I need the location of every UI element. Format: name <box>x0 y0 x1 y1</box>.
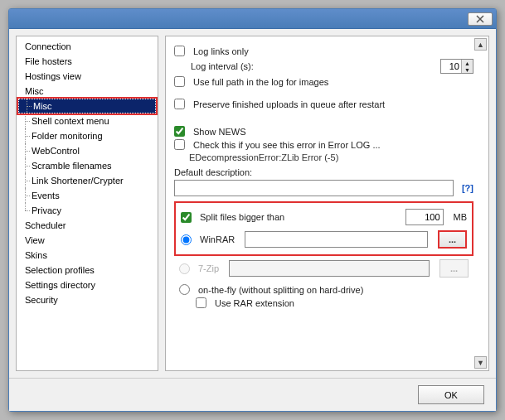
sevenzip-radio <box>179 263 190 274</box>
close-button[interactable] <box>468 12 493 26</box>
scroll-down-button[interactable]: ▼ <box>474 356 487 369</box>
tree-item-misc-sub[interactable]: Misc <box>18 99 156 113</box>
check-error-checkbox[interactable] <box>174 139 185 150</box>
log-interval-spinner[interactable]: ▲▼ <box>440 59 473 74</box>
split-unit-label: MB <box>454 212 468 222</box>
log-links-only-checkbox[interactable] <box>174 46 185 56</box>
onthefly-label: on-the-fly (without splitting on hard-dr… <box>198 285 363 295</box>
tree-item-hostings-view[interactable]: Hostings view <box>17 69 158 84</box>
use-full-path-label: Use full path in the log for images <box>193 77 328 87</box>
tree-item-scramble[interactable]: Scramble filenames <box>17 158 158 173</box>
winrar-label: WinRAR <box>200 234 235 244</box>
settings-dialog: Connection File hosters Hostings view Mi… <box>8 8 497 412</box>
winrar-radio[interactable] <box>181 234 192 245</box>
sevenzip-path-input <box>229 260 430 277</box>
split-section-highlight: Split files bigger than MB WinRAR ... <box>174 201 473 256</box>
use-full-path-checkbox[interactable] <box>174 76 185 87</box>
spin-down-icon[interactable]: ▼ <box>461 66 473 73</box>
spin-up-icon[interactable]: ▲ <box>461 60 473 66</box>
help-link[interactable]: [?] <box>462 183 473 193</box>
use-rar-ext-checkbox[interactable] <box>196 297 206 308</box>
dialog-footer: OK <box>9 378 496 411</box>
settings-panel: ▲ ▼ Log links only Log interval (s): ▲▼ … <box>165 36 489 371</box>
winrar-browse-button[interactable]: ... <box>438 230 467 249</box>
use-rar-ext-label: Use RAR extension <box>215 298 294 308</box>
tree-item-scheduler[interactable]: Scheduler <box>17 218 158 233</box>
winrar-path-input[interactable] <box>245 231 428 248</box>
tree-item-security[interactable]: Security <box>17 292 158 307</box>
tree-item-connection[interactable]: Connection <box>17 39 158 54</box>
ok-button[interactable]: OK <box>418 385 484 404</box>
nav-tree[interactable]: Connection File hosters Hostings view Mi… <box>16 36 158 371</box>
split-files-checkbox[interactable] <box>181 212 192 223</box>
tree-item-selection-profiles[interactable]: Selection profiles <box>17 263 158 278</box>
preserve-queue-label: Preserve finished uploads in queue after… <box>193 99 385 109</box>
titlebar <box>9 9 496 29</box>
log-links-only-label: Log links only <box>193 46 249 56</box>
sevenzip-label: 7-Zip <box>198 263 219 273</box>
tree-item-skins[interactable]: Skins <box>17 248 158 263</box>
tree-item-folder-monitoring[interactable]: Folder monitoring <box>17 128 158 143</box>
log-interval-label: Log interval (s): <box>191 61 254 71</box>
default-desc-label: Default description: <box>174 167 473 177</box>
preserve-queue-checkbox[interactable] <box>174 99 185 109</box>
check-error-sublabel: EDecompressionError:ZLib Error (-5) <box>189 152 473 162</box>
show-news-label: Show NEWS <box>193 127 246 137</box>
scroll-up-button[interactable]: ▲ <box>474 38 487 51</box>
split-files-label: Split files bigger than <box>200 212 284 222</box>
tree-item-link-shortener[interactable]: Link Shortener/Crypter <box>17 173 158 188</box>
log-interval-input[interactable] <box>441 61 461 71</box>
tree-item-webcontrol[interactable]: WebControl <box>17 143 158 158</box>
tree-item-settings-dir[interactable]: Settings directory <box>17 278 158 292</box>
default-desc-input[interactable] <box>174 180 454 196</box>
tree-item-file-hosters[interactable]: File hosters <box>17 54 158 69</box>
tree-item-view[interactable]: View <box>17 233 158 248</box>
show-news-checkbox[interactable] <box>174 126 185 137</box>
tree-item-shell-context[interactable]: Shell context menu <box>17 113 158 128</box>
tree-item-privacy[interactable]: Privacy <box>17 203 158 218</box>
split-size-input[interactable] <box>405 209 444 225</box>
tree-item-events[interactable]: Events <box>17 188 158 203</box>
onthefly-radio[interactable] <box>179 284 190 295</box>
check-error-label: Check this if you see this error in Erro… <box>193 140 381 150</box>
sevenzip-browse-button: ... <box>439 259 469 278</box>
